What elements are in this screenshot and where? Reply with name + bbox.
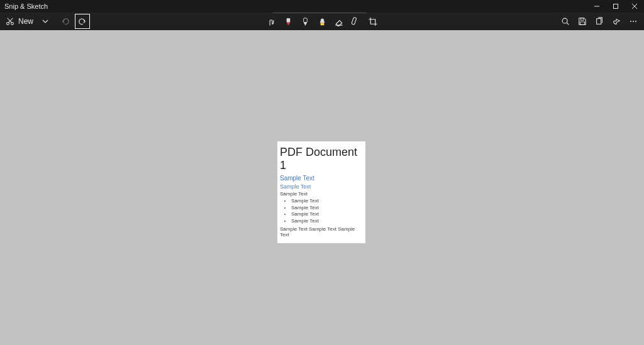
svg-rect-9 bbox=[286, 18, 290, 22]
share-button[interactable] bbox=[608, 13, 625, 30]
copy-button[interactable] bbox=[591, 13, 608, 30]
highlighter-button[interactable] bbox=[314, 13, 331, 30]
maximize-button[interactable] bbox=[606, 0, 625, 13]
svg-point-23 bbox=[635, 21, 636, 22]
window-controls bbox=[587, 0, 644, 13]
svg-marker-8 bbox=[286, 22, 290, 26]
eraser-button[interactable] bbox=[331, 13, 348, 30]
bullet-list: Sample Text Sample Text Sample Text Samp… bbox=[277, 198, 365, 224]
new-button-label: New bbox=[18, 17, 33, 26]
svg-marker-10 bbox=[303, 22, 307, 26]
highlighter-icon bbox=[318, 17, 326, 26]
new-button[interactable]: New bbox=[0, 13, 39, 30]
toolbar-center bbox=[263, 13, 382, 30]
more-icon bbox=[629, 17, 638, 26]
svg-point-22 bbox=[633, 21, 634, 22]
undo-button[interactable] bbox=[57, 13, 74, 30]
svg-rect-15 bbox=[352, 17, 357, 25]
zoom-button[interactable] bbox=[557, 13, 574, 30]
toolbar-left: New bbox=[0, 13, 90, 30]
chevron-down-icon bbox=[42, 18, 48, 25]
canvas-area[interactable]: PDF Document 1 Sample Text Sample Text S… bbox=[0, 30, 644, 345]
crop-icon bbox=[369, 17, 378, 26]
copy-icon bbox=[595, 17, 604, 26]
toolbar: New bbox=[0, 13, 644, 30]
touch-writing-icon bbox=[267, 17, 276, 26]
toolbar-right bbox=[557, 13, 641, 30]
svg-rect-1 bbox=[614, 4, 618, 9]
save-icon bbox=[578, 17, 587, 26]
pencil-icon bbox=[301, 17, 309, 26]
heading-1: Sample Text bbox=[277, 174, 365, 183]
save-button[interactable] bbox=[574, 13, 591, 30]
minimize-button[interactable] bbox=[587, 0, 606, 13]
footer-text: Sample Text Sample Text Sample Text bbox=[277, 224, 365, 238]
eraser-icon bbox=[335, 17, 344, 26]
app-title: Snip & Sketch bbox=[4, 3, 48, 10]
list-item: Sample Text bbox=[291, 211, 365, 218]
share-icon bbox=[612, 17, 621, 26]
svg-rect-11 bbox=[303, 18, 307, 22]
crop-button[interactable] bbox=[365, 13, 382, 30]
list-item: Sample Text bbox=[291, 205, 365, 212]
ballpoint-pen-button[interactable] bbox=[280, 13, 297, 30]
close-icon bbox=[631, 3, 638, 9]
touch-writing-button[interactable] bbox=[263, 13, 280, 30]
snipped-content: PDF Document 1 Sample Text Sample Text S… bbox=[277, 141, 365, 243]
redo-icon bbox=[78, 17, 87, 26]
svg-rect-19 bbox=[580, 22, 584, 25]
svg-marker-13 bbox=[319, 18, 325, 23]
list-item: Sample Text bbox=[291, 218, 365, 225]
snip-icon bbox=[6, 17, 14, 26]
svg-rect-20 bbox=[596, 19, 601, 25]
svg-point-16 bbox=[562, 18, 567, 23]
maximize-icon bbox=[613, 3, 619, 9]
document-title: PDF Document 1 bbox=[277, 146, 365, 174]
ruler-icon bbox=[352, 17, 361, 26]
title-bar: Snip & Sketch bbox=[0, 0, 644, 13]
ruler-button[interactable] bbox=[348, 13, 365, 30]
close-button[interactable] bbox=[625, 0, 644, 13]
minimize-icon bbox=[594, 3, 600, 9]
new-dropdown-button[interactable] bbox=[39, 13, 52, 30]
pencil-button[interactable] bbox=[297, 13, 314, 30]
zoom-icon bbox=[561, 17, 570, 26]
heading-3: Sample Text bbox=[277, 190, 365, 197]
svg-marker-12 bbox=[320, 23, 324, 25]
more-button[interactable] bbox=[625, 13, 641, 30]
svg-line-17 bbox=[567, 23, 569, 25]
redo-button[interactable] bbox=[75, 14, 90, 29]
ballpoint-pen-icon bbox=[284, 17, 292, 26]
heading-2: Sample Text bbox=[277, 183, 365, 190]
svg-point-21 bbox=[630, 21, 631, 22]
undo-icon bbox=[61, 17, 70, 26]
list-item: Sample Text bbox=[291, 198, 365, 205]
